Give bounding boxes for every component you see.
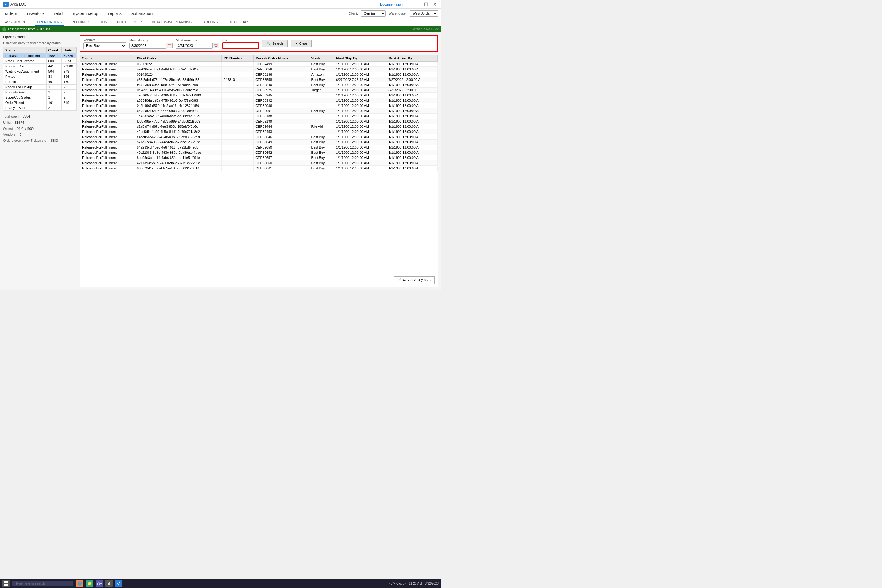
minimize-button[interactable]: — xyxy=(414,2,420,7)
subnav-labeling[interactable]: LABELING xyxy=(200,19,220,25)
status-table-row[interactable]: RetailOrderCreated 600 5073 xyxy=(3,58,76,64)
table-row[interactable]: ReleasedForFulfillment 54e233cd-48e6-4e6… xyxy=(80,145,438,150)
table-row[interactable]: ReleasedForFulfillment 80d623d1-c3fd-41e… xyxy=(80,166,438,171)
status-table-row[interactable]: Ready For Pickup 1 2 xyxy=(3,84,76,90)
documentation-link[interactable]: Documentation xyxy=(380,3,403,6)
table-row[interactable]: ReleasedForFulfillment 0f64d213-39fa-411… xyxy=(80,88,438,93)
po-number-cell xyxy=(222,124,254,129)
po-number-cell xyxy=(222,135,254,140)
vendor-cell: Rite Aid xyxy=(309,124,334,129)
clear-icon: ✕ xyxy=(295,42,298,46)
must-ship-cell: 1/1/1900 12:00:00 AM xyxy=(334,103,387,108)
vendor-cell xyxy=(309,103,334,108)
units-cell: 2 xyxy=(62,105,76,111)
must-arrive-cell: 1/1/1900 12:00:00 A xyxy=(387,108,438,114)
clear-button[interactable]: ✕ Clear xyxy=(291,40,312,48)
status-table-row[interactable]: ReleasedForFulfillment 1654 50725 xyxy=(3,53,76,58)
must-ship-input[interactable] xyxy=(129,43,166,49)
menu-orders[interactable]: orders xyxy=(3,10,19,17)
data-table: Status Client Order PO Number Maersk Ord… xyxy=(80,55,438,171)
table-row[interactable]: ReleasedForFulfillment 42ec5df4-1b09-4b5… xyxy=(80,129,438,135)
client-select[interactable]: Cerritus xyxy=(361,10,386,16)
table-row[interactable]: ReleasedForFulfillment fd658308-a9cc-4d8… xyxy=(80,82,438,88)
export-button[interactable]: 📄 Export XLS (1656) xyxy=(393,276,435,284)
vendor-cell: Best Buy xyxy=(309,77,334,82)
maersk-cell: CER38992 xyxy=(254,98,309,103)
vendor-cell: Best Buy xyxy=(309,67,334,72)
maximize-button[interactable]: ☐ xyxy=(423,2,429,7)
po-number-cell xyxy=(222,82,254,88)
status-table-row[interactable]: ReadyToShip 2 2 xyxy=(3,105,76,111)
status-table-row[interactable]: Routed 40 130 xyxy=(3,80,76,84)
table-row[interactable]: ReleasedForFulfillment 8bd95e8c-ae14-4ab… xyxy=(80,155,438,160)
menu-retail[interactable]: retail xyxy=(52,10,65,17)
table-row[interactable]: ReleasedForFulfillment 577d67e4-9300-44d… xyxy=(80,140,438,145)
menu-automation[interactable]: automation xyxy=(129,10,154,17)
table-row[interactable]: ReleasedForFulfillment 49c22066-3d8e-4d3… xyxy=(80,150,438,155)
table-row[interactable]: ReleasedForFulfillment 060720221 CER3749… xyxy=(80,62,438,67)
menu-reports[interactable]: reports xyxy=(106,10,123,17)
table-row[interactable]: ReleasedForFulfillment f358798e-4765-4ab… xyxy=(80,119,438,124)
status-cell: ReadyToRoute xyxy=(3,64,46,69)
table-row[interactable]: ReleasedForFulfillment 7a43a2aa-c635-400… xyxy=(80,114,438,119)
status-table-row[interactable]: ReadytoRoute 1 2 xyxy=(3,90,76,95)
status-table-row[interactable]: OrderPicked 101 819 xyxy=(3,100,76,105)
table-row[interactable]: ReleasedForFulfillment a4ec056f-6263-424… xyxy=(80,135,438,140)
clear-button-label: Clear xyxy=(299,42,307,45)
status-bar: Last operation time: 28009 ms version 20… xyxy=(0,26,441,32)
must-arrive-input[interactable] xyxy=(176,43,213,49)
must-arrive-cell: 1/1/1900 12:00:00 A xyxy=(387,145,438,150)
status-table-row[interactable]: Picked 33 396 xyxy=(3,74,76,80)
close-button[interactable]: ✕ xyxy=(432,2,438,7)
must-ship-calendar-button[interactable]: 📅 xyxy=(166,43,173,48)
subnav-routing-selection[interactable]: ROUTING SELECTION xyxy=(70,19,109,25)
status-cell: ReleasedForFulfillment xyxy=(80,72,135,77)
status-table-row[interactable]: SuperCoolStatus 1 2 xyxy=(3,95,76,100)
panel-title: Open Orders: xyxy=(3,35,76,39)
status-table-wrapper: Status Count Units ReleasedForFulfillmen… xyxy=(3,47,76,111)
titlebar: A Arca LOC Documentation — ☐ ✕ xyxy=(0,0,441,9)
table-row[interactable]: ReleasedForFulfillment 4277d93e-b1b8-450… xyxy=(80,160,438,166)
table-row[interactable]: ReleasedForFulfillment 6f833d54-640a-4d7… xyxy=(80,108,438,114)
must-arrive-calendar-button[interactable]: 📅 xyxy=(213,43,219,48)
th-po-number: PO Number xyxy=(222,55,254,62)
subnav-assignment[interactable]: ASSIGNMENT xyxy=(3,19,29,25)
client-warehouse: Client: Cerritus Warehouse: West Jordan xyxy=(348,10,438,16)
status-cell: ReleasedForFulfillment xyxy=(80,119,135,124)
menu-system-setup[interactable]: system setup xyxy=(71,10,100,17)
table-row[interactable]: ReleasedForFulfillment a63340da-ce5a-475… xyxy=(80,98,438,103)
vendor-cell: Best Buy xyxy=(309,62,334,67)
subnav-end-of-day[interactable]: END OF DAY xyxy=(226,19,250,25)
table-row[interactable]: ReleasedForFulfillment cee0954e-80a1-4e8… xyxy=(80,67,438,72)
menu-inventory[interactable]: inventory xyxy=(25,10,46,17)
table-row[interactable]: ReleasedForFulfillment d2a5fd74-d67c-4ee… xyxy=(80,124,438,129)
must-arrive-cell: 1/1/1900 12:00:00 A xyxy=(387,67,438,72)
must-ship-cell: 6/27/2022 7:25:42 AM xyxy=(334,77,387,82)
status-table-row[interactable]: WaitingForAssignment 504 979 xyxy=(3,69,76,74)
subnav-retail-wave-planning[interactable]: RETAIL WAVE PLANNING xyxy=(150,19,194,25)
vendor-filter-select[interactable]: Best Buy Amazon Target Rite Aid xyxy=(83,42,126,49)
units-value: 81674 xyxy=(15,120,24,126)
panel-subtitle: Select an entry to find orders by status… xyxy=(3,41,76,45)
must-ship-cell: 1/1/1900 12:00:00 AM xyxy=(334,129,387,135)
maersk-cell: CER38136 xyxy=(254,72,309,77)
vendor-cell: Best Buy xyxy=(309,150,334,155)
must-arrive-cell: 1/1/1900 12:00:00 A xyxy=(387,103,438,108)
po-number-cell: 246810 xyxy=(222,77,254,82)
export-icon: 📄 xyxy=(398,278,402,282)
count-cell: 2 xyxy=(46,105,62,111)
client-order-cell: 7a43a2aa-c635-4008-8afa-ed68bebe3525 xyxy=(135,114,221,119)
search-button[interactable]: 🔍 Search xyxy=(262,40,288,48)
po-input[interactable] xyxy=(222,42,259,49)
table-row[interactable]: ReleasedForFulfillment 79c760a7-32b6-426… xyxy=(80,93,438,98)
table-row[interactable]: ReleasedForFulfillment 061420224 CER3813… xyxy=(80,72,438,77)
must-ship-date-wrapper: 📅 xyxy=(129,43,173,49)
warehouse-select[interactable]: West Jordan xyxy=(410,10,438,16)
table-row[interactable]: ReleasedForFulfillment 0a2b996f-d570-41e… xyxy=(80,103,438,108)
status-table-row[interactable]: ReadyToRoute 441 23386 xyxy=(3,64,76,69)
subnav-route-order[interactable]: ROUTE ORDER xyxy=(115,19,144,25)
subnav-open-orders[interactable]: OPEN ORDERS xyxy=(35,19,64,26)
maersk-cell: CER37499 xyxy=(254,62,309,67)
table-row[interactable]: ReleasedForFulfillment e65f5abd-d78e-427… xyxy=(80,77,438,82)
po-number-cell xyxy=(222,103,254,108)
